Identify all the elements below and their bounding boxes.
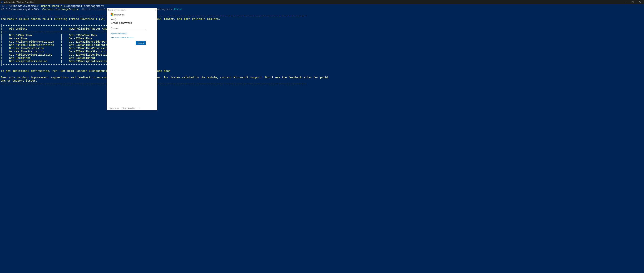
more-link[interactable]: • • • — [138, 107, 140, 109]
dialog-header: Sign in to your account ✕ — [107, 8, 157, 12]
powershell-icon: >_ — [1, 1, 4, 3]
dialog-title: Sign in to your account — [108, 9, 126, 11]
window-title: Administrator: Windows PowerShell — [4, 1, 34, 3]
microsoft-logo-icon — [111, 13, 113, 16]
terms-link[interactable]: Terms of use — [110, 107, 120, 109]
dialog-footer: Terms of use Privacy & cookies • • • — [107, 106, 157, 110]
close-icon[interactable]: ✕ — [154, 9, 156, 11]
signin-dialog: Sign in to your account ✕ Microsoft bret… — [107, 8, 157, 110]
privacy-link[interactable]: Privacy & cookies — [122, 107, 135, 109]
forgot-password-link[interactable]: Forgot my password — [111, 32, 154, 34]
microsoft-logo-text: Microsoft — [114, 13, 124, 16]
window-titlebar: >_ Administrator: Windows PowerShell — [0, 0, 644, 4]
enter-password-heading: Enter password — [111, 21, 154, 24]
powershell-terminal[interactable]: PS C:\Windows\system32> Import-Module Ex… — [0, 4, 644, 273]
password-input[interactable] — [111, 26, 146, 30]
output-line: ems or support issues. — [1, 79, 37, 82]
close-button[interactable] — [636, 0, 644, 4]
output-line: Send your product improvement suggestion… — [1, 76, 328, 79]
prompt-line-1: PS C:\Windows\system32> Import-Module Ex… — [1, 4, 104, 8]
minimize-button[interactable] — [621, 0, 629, 4]
svg-rect-1 — [632, 1, 633, 3]
microsoft-logo: Microsoft — [111, 13, 154, 16]
maximize-button[interactable] — [629, 0, 636, 4]
account-email: brett@ — [111, 18, 154, 20]
signin-button[interactable]: Sign in — [136, 41, 146, 45]
another-account-link[interactable]: Sign in with another account — [111, 36, 154, 38]
